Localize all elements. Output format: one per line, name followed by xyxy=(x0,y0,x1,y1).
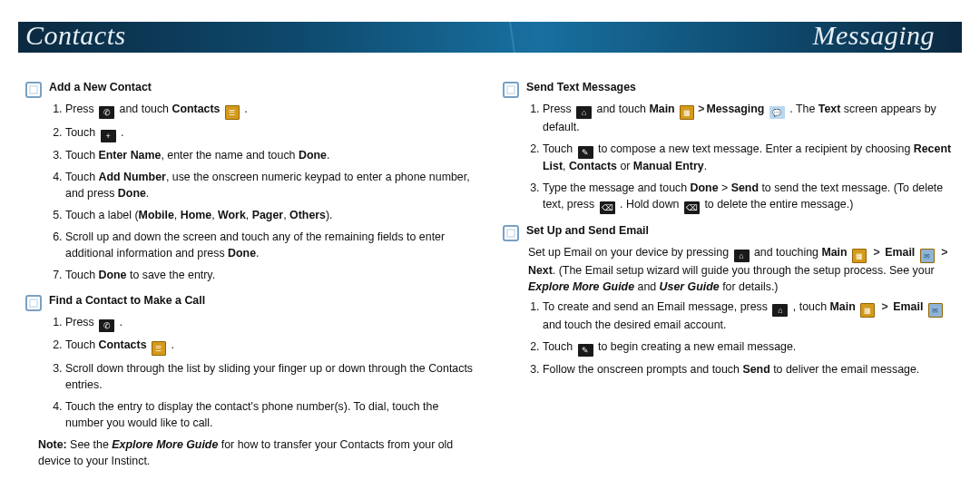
step-text: Done xyxy=(691,181,719,194)
step-text: Main xyxy=(649,103,674,115)
intro-text: and xyxy=(634,280,660,293)
note-label: Note: xyxy=(38,438,67,451)
step-text: Others xyxy=(289,209,326,221)
compose-icon xyxy=(578,344,593,357)
step-text: Work xyxy=(218,209,246,221)
page: Contacts Messaging Add a New Contact Pre… xyxy=(0,0,980,490)
email-steps: To create and send an Email message, pre… xyxy=(503,299,955,378)
list-item: Touch Contacts . xyxy=(65,338,477,356)
main-app-icon xyxy=(680,105,694,120)
home-icon xyxy=(772,304,788,317)
step-text: , touch xyxy=(789,300,829,313)
step-text: . xyxy=(168,338,174,351)
section-title: Set Up and Send Email xyxy=(526,223,649,240)
step-text: and touch the desired email account. xyxy=(543,318,727,331)
add-contact-steps: Press and touch Contacts . Touch . Touch… xyxy=(25,102,477,284)
intro-text: Next xyxy=(528,264,553,277)
list-item: Press . xyxy=(65,315,477,332)
list-item: Type the message and touch Done > Send t… xyxy=(543,181,955,214)
chevron-right-icon: > xyxy=(938,246,948,259)
step-text: Text xyxy=(818,103,841,115)
step-text: Follow the onscreen prompts and touch xyxy=(543,363,742,376)
email-app-icon xyxy=(920,249,935,263)
section-title: Find a Contact to Make a Call xyxy=(49,293,205,309)
step-text: . xyxy=(327,149,329,162)
handset-icon xyxy=(99,319,114,332)
step-text: Messaging xyxy=(706,103,764,115)
step-text: Touch xyxy=(65,126,99,139)
step-text: Type the message and touch xyxy=(543,181,691,194)
list-item: Touch a label (Mobile, Home, Work, Pager… xyxy=(65,208,477,224)
step-text: . The xyxy=(787,103,818,115)
section-find-contact-header: Find a Contact to Make a Call xyxy=(25,293,477,311)
step-text: Mobile xyxy=(139,209,174,221)
section-send-text-header: Send Text Messages xyxy=(503,80,955,98)
step-text: Manual Entry xyxy=(633,160,704,172)
main-app-icon xyxy=(852,249,867,263)
transfer-note: Note: See the Explore More Guide for how… xyxy=(38,437,477,470)
section-add-contact-header: Add a New Contact xyxy=(25,80,477,98)
list-item: Touch Done to save the entry. xyxy=(65,268,477,284)
step-text: to deliver the email message. xyxy=(770,363,920,376)
step-text: to save the entry. xyxy=(127,269,216,281)
step-text: Press xyxy=(65,103,97,115)
list-item: Press and touch Main >Messaging . The Te… xyxy=(543,102,955,136)
step-text: and touch xyxy=(593,103,649,115)
home-icon xyxy=(576,106,592,119)
step-text: . xyxy=(241,103,248,115)
intro-text: for details.) xyxy=(720,280,779,293)
intro-text: . (The Email setup wizard will guide you… xyxy=(553,264,935,277)
chevron-right-icon: > xyxy=(870,246,883,259)
step-text: Touch xyxy=(65,269,99,281)
step-text: Touch xyxy=(543,340,576,353)
column-contacts: Add a New Contact Press and touch Contac… xyxy=(25,71,477,483)
list-item: Touch to begin creating a new email mess… xyxy=(543,339,955,357)
step-text: , xyxy=(174,209,181,221)
step-text: Done xyxy=(299,149,327,162)
intro-text: User Guide xyxy=(660,280,720,293)
email-intro: Set up Email on your device by pressing … xyxy=(528,245,955,296)
step-text: Done xyxy=(228,247,256,260)
note-text: Explore More Guide xyxy=(112,438,218,451)
intro-text: Set up Email on your device by pressing xyxy=(528,246,732,259)
step-text: . xyxy=(118,126,124,139)
step-text: Home xyxy=(181,209,211,221)
step-text: . xyxy=(116,316,122,328)
section-title: Send Text Messages xyxy=(526,80,636,96)
content-columns: Add a New Contact Press and touch Contac… xyxy=(25,71,955,483)
step-text: Contacts xyxy=(569,160,617,172)
column-messaging: Send Text Messages Press and touch Main … xyxy=(503,71,955,483)
step-text: Touch a label ( xyxy=(65,209,139,221)
compose-icon xyxy=(578,146,593,159)
checkbox-icon xyxy=(503,225,519,241)
step-text: > xyxy=(719,181,731,194)
list-item: Touch Enter Name, enter the name and tou… xyxy=(65,148,477,164)
home-icon xyxy=(734,250,750,262)
step-text: , xyxy=(563,160,569,172)
step-text: , enter the name and touch xyxy=(161,149,299,162)
list-item: Press and touch Contacts . xyxy=(65,102,477,120)
header-banner: Contacts Messaging xyxy=(18,22,962,53)
section-email-header: Set Up and Send Email xyxy=(503,223,955,241)
step-text: . Hold down xyxy=(617,198,682,211)
backspace-icon xyxy=(600,201,615,214)
intro-text: Email xyxy=(885,246,915,259)
step-text: Press xyxy=(543,103,574,115)
chevron-right-icon: > xyxy=(878,300,891,313)
step-text: , xyxy=(246,209,252,221)
step-text: Enter Name xyxy=(99,149,162,162)
list-item: Touch the entry to display the contact's… xyxy=(65,399,477,432)
banner-title-contacts: Contacts xyxy=(25,22,126,51)
main-app-icon xyxy=(860,303,875,318)
note-text: See the xyxy=(67,438,113,451)
step-text: Press xyxy=(65,316,97,328)
step-text: , xyxy=(283,209,289,221)
step-text: . xyxy=(704,160,707,172)
step-text: or xyxy=(617,160,633,172)
step-text: ). xyxy=(326,209,333,221)
step-text: Touch xyxy=(65,338,99,351)
list-item: To create and send an Email message, pre… xyxy=(543,299,955,334)
list-item: Follow the onscreen prompts and touch Se… xyxy=(543,362,955,378)
step-text: Main xyxy=(829,300,855,313)
step-text: Contacts xyxy=(172,103,220,115)
